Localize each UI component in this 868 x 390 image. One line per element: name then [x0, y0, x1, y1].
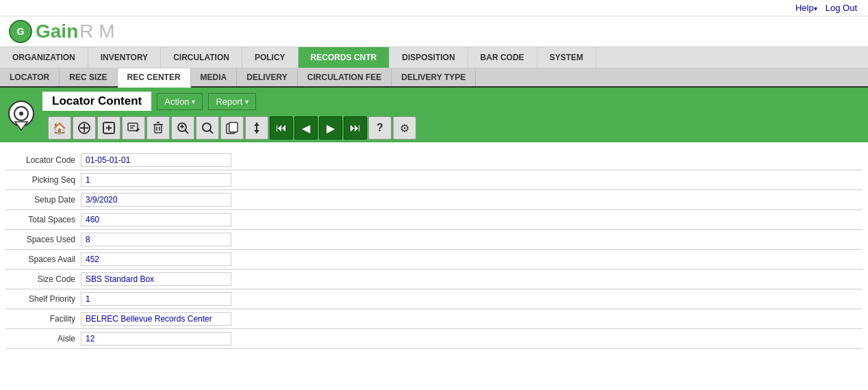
value-size-code: SBS Standard Box: [81, 272, 231, 286]
value-spaces-avail: 452: [81, 252, 231, 266]
svg-rect-16: [155, 125, 162, 133]
help-button[interactable]: ?: [368, 116, 392, 140]
value-spaces-used: 8: [81, 233, 231, 246]
toolbar: 🏠: [42, 114, 863, 142]
logout-label: Log Out: [826, 3, 857, 13]
value-aisle: 12: [81, 332, 231, 346]
label-facility: Facility: [5, 314, 81, 324]
svg-text:G: G: [17, 26, 25, 37]
svg-line-26: [209, 130, 213, 133]
help-dot: ▾: [814, 5, 817, 12]
app-logo: G Gain R M: [8, 19, 115, 44]
prev-button[interactable]: ◀: [294, 116, 318, 140]
search-button[interactable]: [196, 116, 219, 140]
last-button[interactable]: ⏭: [344, 116, 367, 140]
nav-organization[interactable]: ORGANIZATION: [0, 47, 88, 68]
label-locator-code: Locator Code: [5, 155, 81, 165]
sub-media[interactable]: MEDIA: [191, 68, 238, 86]
form-row-spaces-avail: Spaces Avail 452: [5, 250, 863, 270]
form-row-shelf-priority: Shelf Priority 1: [5, 289, 863, 309]
label-aisle: Aisle: [5, 334, 81, 343]
value-total-spaces: 460: [81, 213, 231, 226]
svg-marker-31: [254, 130, 259, 133]
svg-rect-28: [229, 122, 238, 132]
logo-rm: R M: [79, 21, 114, 42]
sub-rec-center[interactable]: REC CENTER: [118, 68, 191, 88]
svg-marker-5: [15, 122, 27, 130]
value-picking-seq: 1: [81, 173, 231, 187]
report-button[interactable]: Report ▾: [208, 93, 256, 110]
delete-button[interactable]: [146, 116, 170, 140]
value-locator-code: 01-05-01-01: [81, 153, 231, 167]
form-row-spaces-used: Spaces Used 8: [5, 230, 863, 250]
label-size-code: Size Code: [5, 274, 81, 284]
action-label: Action: [164, 96, 189, 107]
nav-system[interactable]: SYSTEM: [537, 47, 596, 68]
report-arrow-icon: ▾: [245, 98, 248, 105]
nav-inventory[interactable]: INVENTORY: [88, 47, 161, 68]
home-button[interactable]: 🏠: [48, 116, 71, 140]
svg-line-22: [185, 130, 188, 133]
content-title: Locator Content: [42, 92, 151, 111]
form-row-facility: Facility BELREC Bellevue Records Center: [5, 309, 863, 329]
svg-rect-12: [128, 123, 138, 131]
help-label: Help: [795, 3, 814, 13]
form-area: Locator Code 01-05-01-01 Picking Seq 1 S…: [0, 142, 868, 357]
nav-circulation[interactable]: CIRCULATION: [161, 47, 242, 68]
logout-link[interactable]: Log Out: [826, 3, 857, 13]
add-bookmark-button[interactable]: [73, 116, 96, 140]
svg-point-4: [19, 112, 23, 116]
form-row-setup-date: Setup Date 3/9/2020: [5, 190, 863, 210]
label-spaces-avail: Spaces Avail: [5, 255, 81, 264]
sub-circulation-fee[interactable]: CIRCULATION FEE: [298, 68, 392, 86]
sub-locator[interactable]: LOCATOR: [0, 68, 60, 86]
first-button[interactable]: ⏮: [270, 116, 293, 140]
form-row-aisle: Aisle 12: [5, 329, 863, 349]
main-nav: ORGANIZATION INVENTORY CIRCULATION POLIC…: [0, 47, 868, 68]
green-header: Locator Content Action ▾ Report ▾ 🏠: [0, 88, 868, 142]
form-row-locator-code: Locator Code 01-05-01-01: [5, 151, 863, 170]
label-setup-date: Setup Date: [5, 195, 81, 205]
sub-rec-size[interactable]: REC SIZE: [60, 68, 117, 86]
svg-marker-30: [254, 122, 259, 126]
value-facility: BELREC Bellevue Records Center: [81, 312, 231, 326]
sub-delivery-type[interactable]: DELIVERY TYPE: [392, 68, 476, 86]
settings-button[interactable]: ⚙: [393, 116, 416, 140]
help-link[interactable]: Help▾: [795, 3, 817, 13]
zoom-in-button[interactable]: [171, 116, 194, 140]
nav-records-cntr[interactable]: RECORDS CNTR: [298, 47, 390, 68]
nav-disposition[interactable]: DISPOSITION: [390, 47, 468, 68]
logo-gain: Gain: [36, 21, 78, 42]
action-button[interactable]: Action ▾: [157, 93, 203, 110]
label-total-spaces: Total Spaces: [5, 215, 81, 224]
label-spaces-used: Spaces Used: [5, 235, 81, 244]
logo-bar: G Gain R M: [0, 16, 868, 47]
label-picking-seq: Picking Seq: [5, 175, 81, 185]
transfer-button[interactable]: [245, 116, 268, 140]
sub-nav: LOCATOR REC SIZE REC CENTER MEDIA DELIVE…: [0, 68, 868, 88]
copy-button[interactable]: [220, 116, 244, 140]
action-arrow-icon: ▾: [192, 98, 195, 105]
locator-pin-icon: [3, 97, 42, 138]
nav-bar-code[interactable]: BAR CODE: [468, 47, 537, 68]
label-shelf-priority: Shelf Priority: [5, 294, 81, 304]
value-shelf-priority: 1: [81, 292, 231, 306]
value-setup-date: 3/9/2020: [81, 193, 231, 207]
nav-policy[interactable]: POLICY: [242, 47, 298, 68]
top-bar: Help▾ Log Out: [0, 0, 868, 16]
svg-rect-24: [181, 125, 183, 129]
sub-delivery[interactable]: DELIVERY: [237, 68, 298, 86]
add-button[interactable]: [97, 116, 120, 140]
next-button[interactable]: ▶: [319, 116, 342, 140]
form-row-size-code: Size Code SBS Standard Box: [5, 270, 863, 289]
form-row-total-spaces: Total Spaces 460: [5, 210, 863, 230]
report-label: Report: [216, 96, 242, 107]
edit-button[interactable]: [122, 116, 145, 140]
form-row-picking-seq: Picking Seq 1: [5, 170, 863, 190]
